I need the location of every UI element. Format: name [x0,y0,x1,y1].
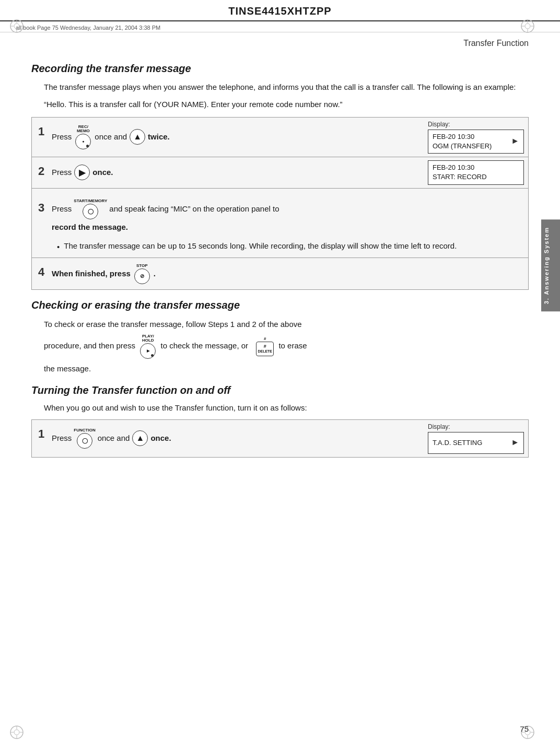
display-line2-2: START: RECORD [433,172,519,182]
step-3-text-mid: and speak facing “MIC” on the operation … [109,203,279,215]
step-2-number: 2 [32,157,49,188]
step-1-twice: twice. [148,131,170,143]
play-button-icon: ▶ [74,165,90,180]
turning-display-box: T.A.D. SETTING ► [428,432,524,454]
sidebar-tab: 3. Answering System [541,219,560,311]
step-2-row: 2 Press ▶ once. FEB-20 10:30 START: RECO… [32,157,528,189]
corner-decoration-bl [9,725,24,740]
step-3-content: Press START/MEMORY ◯ and speak facing “M… [49,194,523,239]
recording-para1: The transfer message plays when you answ… [44,81,529,93]
checking-para3: the message. [44,362,529,376]
step-3-number: 3 [32,194,49,239]
step-3-bullet-text: The transfer message can be up to 15 sec… [64,241,457,251]
turning-display-text: T.A.D. SETTING [433,438,508,448]
turning-display-label: Display: [428,423,524,430]
play-hold-button-icon: PLAY/HOLD ▶ [138,334,157,359]
up-arrow-button-icon: ▲ [130,129,145,145]
recording-steps-table: 1 Press REC/MEMO ● once and ▲ twice. [31,117,529,290]
step-1-row: 1 Press REC/MEMO ● once and ▲ twice. [32,118,528,157]
page-title: TINSE4415XHTZPP [228,5,331,17]
section-right-heading: Transfer Function [0,32,560,48]
checking-heading: Checking or erasing the transfer message [31,299,529,311]
svg-point-13 [14,730,19,735]
file-info: all.book Page 75 Wednesday, January 21, … [0,24,560,32]
display-arrow-1: ► [511,135,519,147]
step-3-bullet: • The transfer message can be up to 15 s… [32,241,528,258]
checking-para2-mid: to check the message, or [160,341,248,350]
rec-memo-button-icon: REC/MEMO ● [74,125,92,149]
turning-step-1-content: Press FUNCTION ◯ once and ▲ once. [49,420,424,457]
step-4-period: . [154,268,156,280]
checking-para1: To check or erase the transfer message, … [44,318,529,331]
main-content: Recording the transfer message The trans… [0,48,560,472]
checking-para2-end: to erase [278,341,307,350]
corner-decoration-tl [9,19,24,33]
turning-display-arrow: ► [511,437,519,448]
turning-step-1-press: Press [52,432,72,444]
turning-step-1-text: Press FUNCTION ◯ once and ▲ once. [52,428,171,449]
step-3-row: 3 Press START/MEMORY ◯ and speak facing … [32,189,528,259]
up-arrow-button-icon-2: ▲ [132,430,148,446]
step-2-content: Press ▶ once. [49,157,424,188]
step-4-number: 4 [32,258,49,289]
display-box-2-text: FEB-20 10:30 START: RECORD [433,163,519,182]
bullet-icon: • [57,242,60,251]
turning-step-1-once-and: once and [98,432,130,444]
step-4-row: 4 When finished, press STOP ⊘ . [32,258,528,289]
delete-button-icon: # # DELETE [254,337,275,356]
turning-step-1-once: once. [150,432,171,444]
step-2-once: once. [92,167,113,179]
page-header: TINSE4415XHTZPP [0,0,560,21]
step-4-content: When finished, press STOP ⊘ . [49,258,528,289]
svg-point-1 [14,24,19,29]
stop-button-icon: STOP ⊘ [133,264,151,284]
display-line1-1: FEB-20 10:30 [433,132,508,142]
display-label-1: Display: [428,121,524,128]
turning-step-1-number: 1 [32,420,49,457]
display-box-1-text: FEB-20 10:30 OGM (TRANSFER) [433,132,508,151]
turning-steps-table: 1 Press FUNCTION ◯ once and ▲ once. Disp… [31,419,529,458]
sidebar-label: 3. Answering System [543,227,550,304]
step-3-text: Press START/MEMORY ◯ and speak facing “M… [52,199,518,219]
step-2-display: FEB-20 10:30 START: RECORD [424,157,528,188]
start-memory-button-icon: START/MEMORY ◯ [74,199,107,219]
turning-heading: Turning the Transfer function on and off [31,384,529,396]
checking-para2: procedure, and then press PLAY/HOLD ▶ to… [44,334,529,359]
step-1-display: Display: FEB-20 10:30 OGM (TRANSFER) ► [424,118,528,157]
step-3-press-label: Press [52,203,72,215]
turning-step-1-display: Display: T.A.D. SETTING ► [424,420,528,457]
turning-para1: When you go out and wish to use the Tran… [44,402,529,414]
display-line1-2: FEB-20 10:30 [433,163,519,172]
step-1-press-label: Press [52,131,72,143]
recording-para2: “Hello. This is a transfer call for (YOU… [44,98,529,110]
display-box-2: FEB-20 10:30 START: RECORD [428,160,524,184]
display-line2-1: OGM (TRANSFER) [433,142,508,151]
recording-heading: Recording the transfer message [31,63,529,75]
checking-para2-start: procedure, and then press [44,341,135,350]
svg-point-7 [525,24,530,29]
step-3-text-after: record the message. [52,221,518,233]
function-button-icon: FUNCTION ◯ [74,428,95,449]
step-1-number: 1 [32,118,49,157]
step-2-text: Press ▶ once. [52,165,113,180]
step-4-text: When finished, press STOP ⊘ . [52,264,156,284]
step-1-content: Press REC/MEMO ● once and ▲ twice. [49,118,424,157]
corner-decoration-tr [520,19,535,33]
step-1-once-and: once and [95,131,127,143]
step-2-press-label: Press [52,167,72,179]
step-3-main: 3 Press START/MEMORY ◯ and speak facing … [32,189,528,242]
turning-step-1-row: 1 Press FUNCTION ◯ once and ▲ once. Disp… [32,420,528,457]
page-number: 75 [520,724,529,733]
step-1-text: Press REC/MEMO ● once and ▲ twice. [52,125,170,149]
step-4-when-finished: When finished, press [52,268,131,280]
display-box-1: FEB-20 10:30 OGM (TRANSFER) ► [428,130,524,154]
